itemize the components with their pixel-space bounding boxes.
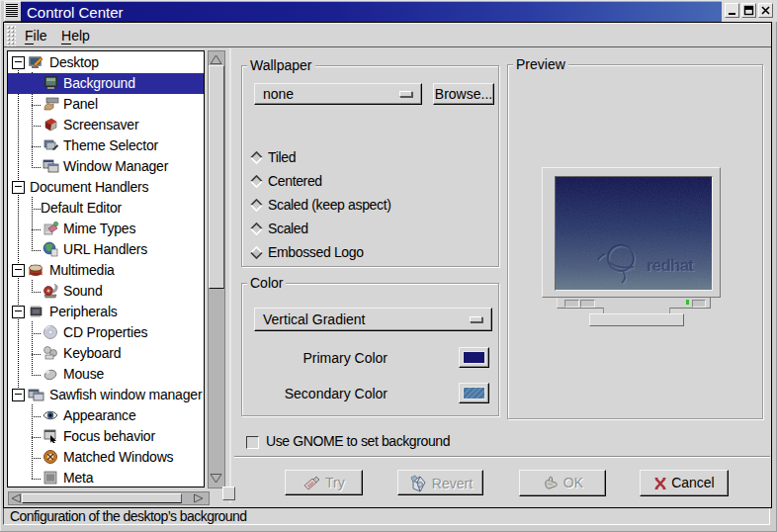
svg-text:redhat: redhat [647, 256, 694, 275]
